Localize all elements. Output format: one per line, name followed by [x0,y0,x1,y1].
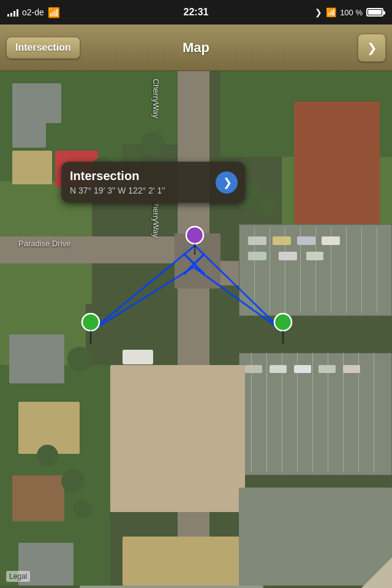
legal-link[interactable]: Legal [6,571,30,582]
nav-bar: Intersection Map ❯ [0,24,392,71]
carrier-label: o2-de [22,7,44,17]
svg-line-3 [194,267,283,331]
status-right: ❯ 📶 100 % [315,7,385,17]
callout-bubble[interactable]: Intersection N 37° 19' 3'' W 122° 2' 1''… [61,162,245,203]
map-view[interactable]: CherryWay CherryWay Paradise Drive [0,71,392,588]
signal-icon [7,8,18,17]
callout-coords: N 37° 19' 3'' W 122° 2' 1'' [70,186,236,195]
svg-point-7 [82,314,99,331]
svg-point-6 [186,227,203,244]
callout-title: Intersection [70,169,236,183]
svg-line-1 [195,246,283,331]
bluetooth-icon: 📶 [326,7,336,17]
back-button[interactable]: Intersection [6,37,80,59]
page-title: Map [183,40,209,56]
map-overlay [0,71,392,588]
status-left: o2-de 📶 [7,7,60,18]
location-active-icon: ❯ [315,7,322,17]
status-time: 22:31 [184,7,209,18]
battery-label: 100 % [340,8,363,17]
chevron-right-icon: ❯ [223,176,232,189]
callout-chevron-button[interactable]: ❯ [216,172,238,194]
wifi-icon: 📶 [48,7,60,18]
svg-line-0 [91,246,195,331]
battery-icon [366,8,385,17]
location-button[interactable]: ❯ [358,34,386,62]
svg-point-9 [274,314,292,331]
location-arrow-icon: ❯ [367,40,377,55]
svg-line-2 [91,267,194,331]
status-bar: o2-de 📶 22:31 ❯ 📶 100 % [0,0,392,24]
